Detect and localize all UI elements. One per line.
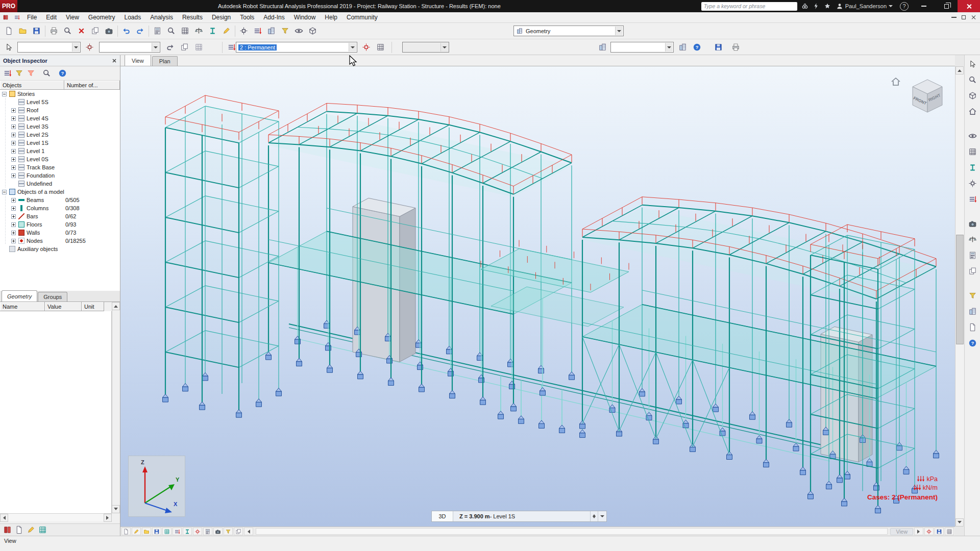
default-view-button[interactable] xyxy=(966,106,978,117)
scroll-up-button[interactable] xyxy=(112,302,120,310)
expand-icon[interactable] xyxy=(11,206,16,211)
filter-clear-button[interactable] xyxy=(27,69,35,78)
snap-grid-button[interactable] xyxy=(162,528,172,535)
tab-geometry[interactable]: Geometry xyxy=(2,290,37,302)
menu-view[interactable]: View xyxy=(61,12,84,23)
tree-item-level-1[interactable]: Level 1 xyxy=(0,147,120,155)
expand-icon[interactable] xyxy=(11,231,16,235)
quick-access-button[interactable] xyxy=(811,1,822,12)
snap-edit-button[interactable] xyxy=(132,528,141,535)
table-scrollbar[interactable] xyxy=(112,302,120,513)
tree-item-level-5s[interactable]: Level 5S xyxy=(0,98,120,106)
search-button[interactable] xyxy=(799,1,811,12)
snap-page-button[interactable] xyxy=(121,528,131,535)
snap-level-button[interactable] xyxy=(173,528,182,535)
view-manager-combo[interactable] xyxy=(610,42,674,53)
help-button[interactable]: ? xyxy=(900,2,909,11)
column-unit[interactable]: Unit xyxy=(82,302,104,311)
app-menu-button[interactable] xyxy=(0,11,11,24)
open-button[interactable] xyxy=(16,24,30,38)
view-grid-button[interactable] xyxy=(178,24,192,38)
menu-results[interactable]: Results xyxy=(178,12,207,23)
snap-open-button[interactable] xyxy=(142,528,151,535)
minimize-button[interactable] xyxy=(913,0,935,12)
scroll-left-button[interactable] xyxy=(0,514,8,522)
model-button[interactable] xyxy=(966,306,978,317)
expand-icon[interactable] xyxy=(11,149,16,154)
hscroll-track[interactable] xyxy=(8,514,104,521)
selection-list-button[interactable] xyxy=(178,40,191,54)
tree-item-level-0s[interactable]: Level 0S xyxy=(0,155,120,163)
edit-note-button[interactable] xyxy=(27,525,35,534)
expand-icon[interactable] xyxy=(11,157,16,162)
selection-filter-button[interactable] xyxy=(278,24,292,38)
search-box[interactable] xyxy=(701,2,797,11)
view-3d-button[interactable] xyxy=(306,24,320,38)
tree-item-level-4s[interactable]: Level 4S xyxy=(0,114,120,122)
panel-close-button[interactable] xyxy=(110,57,118,65)
expand-icon[interactable] xyxy=(11,198,16,203)
report-button[interactable] xyxy=(3,525,12,534)
combo-arrow-icon[interactable] xyxy=(665,43,673,52)
scroll-down-button[interactable] xyxy=(112,505,120,513)
help-tool-button[interactable] xyxy=(966,337,978,348)
view-cube[interactable]: FRONT RIGHT xyxy=(890,73,950,120)
previous-selection-button[interactable] xyxy=(163,40,177,54)
zoom-tool-button[interactable] xyxy=(966,74,978,85)
menu-window[interactable]: Window xyxy=(289,12,321,23)
strip-node-button[interactable] xyxy=(924,528,934,535)
save-button[interactable] xyxy=(30,24,43,38)
snap-beam-button[interactable] xyxy=(183,528,192,535)
tree-item-floors[interactable]: Floors0/93 xyxy=(0,220,120,229)
notes-button[interactable] xyxy=(15,525,23,534)
expand-icon[interactable] xyxy=(11,222,16,227)
select-tool-button[interactable] xyxy=(2,40,16,54)
column-number[interactable]: Number of... xyxy=(64,81,120,90)
search-input[interactable] xyxy=(701,3,797,9)
weights-button[interactable] xyxy=(966,234,978,245)
node-filter-button[interactable] xyxy=(83,40,96,54)
layout-selector-combo[interactable]: Geometry xyxy=(513,26,624,36)
tree-item-foundation[interactable]: Foundation xyxy=(0,171,120,180)
redo-button[interactable] xyxy=(133,24,147,38)
menu-analysis[interactable]: Analysis xyxy=(145,12,178,23)
snap-calc-button[interactable] xyxy=(203,528,212,535)
snap-node-button[interactable] xyxy=(193,528,202,535)
tab-plan[interactable]: Plan xyxy=(152,56,178,66)
tree-item-beams[interactable]: Beams0/505 xyxy=(0,196,120,204)
tree-item-level-2s[interactable]: Level 2S xyxy=(0,131,120,139)
level-dropdown-button[interactable] xyxy=(598,511,606,521)
filter-add-button[interactable] xyxy=(15,69,23,78)
snap-save-button[interactable] xyxy=(152,528,161,535)
collapse-icon[interactable] xyxy=(2,190,7,194)
stories-display-button[interactable] xyxy=(966,193,978,205)
expand-icon[interactable] xyxy=(11,214,16,219)
scrollbar-thumb[interactable] xyxy=(956,235,964,344)
tree-item-columns[interactable]: Columns0/308 xyxy=(0,204,120,212)
copy-view-button[interactable] xyxy=(966,265,978,277)
tab-groups[interactable]: Groups xyxy=(38,292,67,302)
expand-icon[interactable] xyxy=(11,165,16,170)
home-icon[interactable] xyxy=(892,78,900,85)
expand-icon[interactable] xyxy=(11,108,16,113)
load-records-button[interactable] xyxy=(359,40,373,54)
snap-copy-button[interactable] xyxy=(234,528,243,535)
mdi-minimize-button[interactable] xyxy=(951,17,957,18)
column-objects[interactable]: Objects xyxy=(0,81,64,90)
notes-button[interactable] xyxy=(966,321,978,333)
menu-edit[interactable]: Edit xyxy=(41,12,61,23)
vertical-scrollbar[interactable] xyxy=(955,66,964,527)
scroll-up-button[interactable] xyxy=(955,66,964,74)
tab-view[interactable]: View xyxy=(125,55,151,66)
tree-item-level-3s[interactable]: Level 3S xyxy=(0,122,120,131)
selection-box-button[interactable] xyxy=(192,40,206,54)
zoom-window-button[interactable] xyxy=(164,24,178,38)
table-hscrollbar[interactable] xyxy=(0,513,112,521)
calculations-button[interactable] xyxy=(966,249,978,261)
undo-button[interactable] xyxy=(119,24,133,38)
layout-menu-button[interactable] xyxy=(11,11,22,24)
favorites-button[interactable] xyxy=(822,1,833,12)
menu-add-ins[interactable]: Add-Ins xyxy=(259,12,289,23)
expand-icon[interactable] xyxy=(11,116,16,121)
select-tool-button[interactable] xyxy=(966,58,978,69)
